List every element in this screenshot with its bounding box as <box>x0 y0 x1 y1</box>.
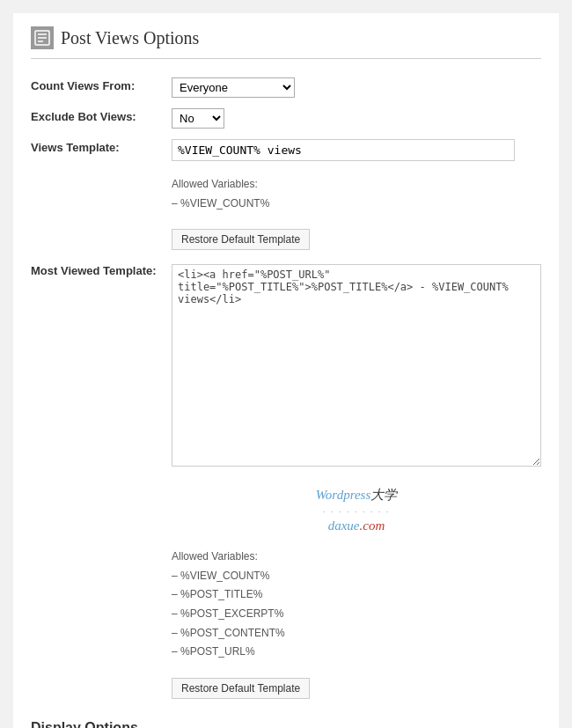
most-viewed-var-2: – %POST_TITLE% <box>172 588 262 600</box>
watermark-container: Wordpress大学 · · · · · · · · · daxue.com <box>172 487 541 533</box>
most-viewed-textarea[interactable]: <li><a href="%POST_URL%" title="%POST_TI… <box>172 264 541 467</box>
restore-btn-1-row: Restore Default Template <box>31 218 541 255</box>
page-title-bar: Post Views Options <box>31 26 541 59</box>
exclude-bot-select[interactable]: No Yes <box>172 108 224 129</box>
views-var-1: – %VIEW_COUNT% <box>172 197 269 210</box>
page-heading: Post Views Options <box>61 28 199 48</box>
restore-btn-2-row: Restore Default Template <box>31 667 541 704</box>
most-viewed-var-1: – %VIEW_COUNT% <box>172 570 269 582</box>
watermark-wp: Wordpress <box>316 488 371 502</box>
exclude-bot-select-wrapper: No Yes <box>172 108 224 129</box>
most-viewed-row: Most Viewed Template: <li><a href="%POST… <box>31 255 541 539</box>
exclude-bot-label: Exclude Bot Views: <box>31 103 172 134</box>
views-template-input[interactable] <box>172 139 515 161</box>
display-options-title: Display Options <box>31 720 541 728</box>
watermark-brand: Wordpress大学 <box>316 488 398 502</box>
watermark-dots: · · · · · · · · · <box>323 507 391 517</box>
views-template-allowed-vars: Allowed Variables: – %VIEW_COUNT% <box>172 175 541 213</box>
watermark-text: Wordpress大学 · · · · · · · · · daxue.com <box>172 487 541 533</box>
restore-default-button-2[interactable]: Restore Default Template <box>172 678 310 699</box>
count-views-label: Count Views From: <box>31 72 172 103</box>
most-viewed-var-5: – %POST_URL% <box>172 645 255 658</box>
views-template-vars-row: Allowed Variables: – %VIEW_COUNT% <box>31 166 541 218</box>
exclude-bot-row: Exclude Bot Views: No Yes <box>31 103 541 134</box>
watermark-university: 大学 <box>370 488 397 502</box>
restore-default-button-1[interactable]: Restore Default Template <box>172 229 310 250</box>
most-viewed-allowed-vars: Allowed Variables: – %VIEW_COUNT% – %POS… <box>172 548 541 662</box>
views-template-label: Views Template: <box>31 134 172 166</box>
watermark-com: .com <box>360 518 385 533</box>
watermark-daxue: daxue <box>328 518 360 533</box>
most-viewed-var-4: – %POST_CONTENT% <box>172 627 285 639</box>
count-views-select-wrapper: Everyone Logged In Users Guests <box>172 77 295 98</box>
page-icon <box>31 26 54 49</box>
views-template-row: Views Template: <box>31 134 541 166</box>
most-viewed-var-3: – %POST_EXCERPT% <box>172 607 283 620</box>
count-views-row: Count Views From: Everyone Logged In Use… <box>31 72 541 103</box>
most-viewed-label: Most Viewed Template: <box>31 255 172 539</box>
most-viewed-vars-row: Allowed Variables: – %VIEW_COUNT% – %POS… <box>31 539 541 667</box>
count-views-select[interactable]: Everyone Logged In Users Guests <box>172 77 295 98</box>
